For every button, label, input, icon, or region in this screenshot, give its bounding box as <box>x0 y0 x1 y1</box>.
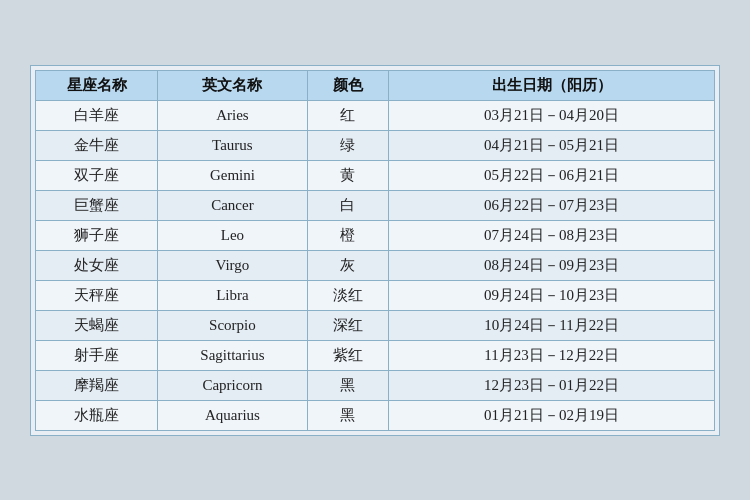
cell-date: 04月21日－05月21日 <box>389 130 715 160</box>
cell-zh: 处女座 <box>36 250 158 280</box>
header-color: 颜色 <box>307 70 388 100</box>
cell-date: 06月22日－07月23日 <box>389 190 715 220</box>
cell-en: Virgo <box>158 250 307 280</box>
cell-zh: 狮子座 <box>36 220 158 250</box>
cell-color: 绿 <box>307 130 388 160</box>
cell-date: 12月23日－01月22日 <box>389 370 715 400</box>
table-header-row: 星座名称 英文名称 颜色 出生日期（阳历） <box>36 70 715 100</box>
cell-date: 10月24日－11月22日 <box>389 310 715 340</box>
cell-color: 红 <box>307 100 388 130</box>
cell-zh: 金牛座 <box>36 130 158 160</box>
cell-zh: 双子座 <box>36 160 158 190</box>
table-row: 白羊座Aries红03月21日－04月20日 <box>36 100 715 130</box>
header-zh: 星座名称 <box>36 70 158 100</box>
table-row: 天秤座Libra淡红09月24日－10月23日 <box>36 280 715 310</box>
cell-zh: 水瓶座 <box>36 400 158 430</box>
table-row: 处女座Virgo灰08月24日－09月23日 <box>36 250 715 280</box>
cell-zh: 巨蟹座 <box>36 190 158 220</box>
cell-en: Sagittarius <box>158 340 307 370</box>
cell-date: 09月24日－10月23日 <box>389 280 715 310</box>
cell-color: 灰 <box>307 250 388 280</box>
cell-date: 01月21日－02月19日 <box>389 400 715 430</box>
cell-en: Libra <box>158 280 307 310</box>
cell-zh: 摩羯座 <box>36 370 158 400</box>
cell-zh: 天蝎座 <box>36 310 158 340</box>
cell-zh: 白羊座 <box>36 100 158 130</box>
cell-zh: 天秤座 <box>36 280 158 310</box>
cell-en: Aquarius <box>158 400 307 430</box>
cell-date: 11月23日－12月22日 <box>389 340 715 370</box>
table-row: 射手座Sagittarius紫红11月23日－12月22日 <box>36 340 715 370</box>
header-date: 出生日期（阳历） <box>389 70 715 100</box>
cell-color: 黑 <box>307 370 388 400</box>
cell-color: 深红 <box>307 310 388 340</box>
cell-date: 03月21日－04月20日 <box>389 100 715 130</box>
cell-en: Scorpio <box>158 310 307 340</box>
table-row: 天蝎座Scorpio深红10月24日－11月22日 <box>36 310 715 340</box>
cell-date: 07月24日－08月23日 <box>389 220 715 250</box>
zodiac-table-wrapper: 星座名称 英文名称 颜色 出生日期（阳历） 白羊座Aries红03月21日－04… <box>30 65 720 436</box>
table-row: 双子座Gemini黄05月22日－06月21日 <box>36 160 715 190</box>
cell-color: 淡红 <box>307 280 388 310</box>
cell-en: Taurus <box>158 130 307 160</box>
cell-color: 白 <box>307 190 388 220</box>
cell-color: 紫红 <box>307 340 388 370</box>
zodiac-table: 星座名称 英文名称 颜色 出生日期（阳历） 白羊座Aries红03月21日－04… <box>35 70 715 431</box>
cell-color: 橙 <box>307 220 388 250</box>
cell-en: Capricorn <box>158 370 307 400</box>
table-row: 巨蟹座Cancer白06月22日－07月23日 <box>36 190 715 220</box>
cell-zh: 射手座 <box>36 340 158 370</box>
cell-color: 黄 <box>307 160 388 190</box>
cell-date: 08月24日－09月23日 <box>389 250 715 280</box>
cell-color: 黑 <box>307 400 388 430</box>
table-row: 狮子座Leo橙07月24日－08月23日 <box>36 220 715 250</box>
table-row: 摩羯座Capricorn黑12月23日－01月22日 <box>36 370 715 400</box>
table-row: 金牛座Taurus绿04月21日－05月21日 <box>36 130 715 160</box>
cell-en: Gemini <box>158 160 307 190</box>
table-row: 水瓶座Aquarius黑01月21日－02月19日 <box>36 400 715 430</box>
cell-en: Leo <box>158 220 307 250</box>
cell-en: Cancer <box>158 190 307 220</box>
cell-date: 05月22日－06月21日 <box>389 160 715 190</box>
header-en: 英文名称 <box>158 70 307 100</box>
cell-en: Aries <box>158 100 307 130</box>
